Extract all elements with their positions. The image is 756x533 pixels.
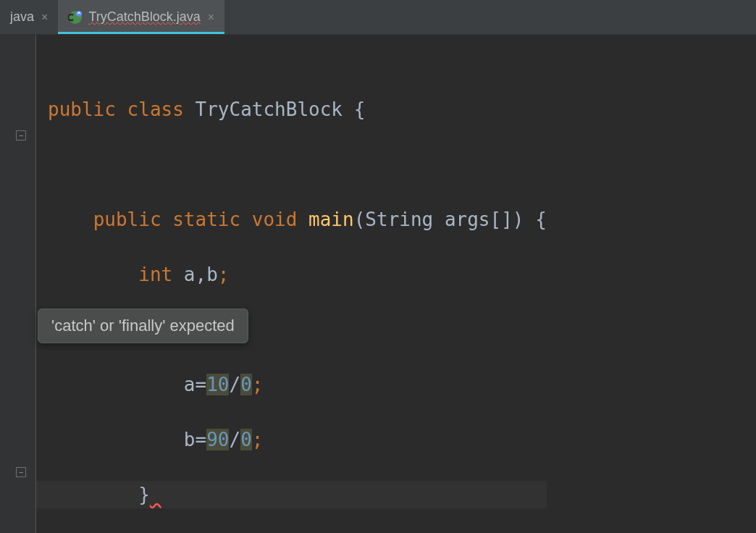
tab-bar: java × TryCatchBlock.java × <box>0 0 756 35</box>
close-icon[interactable]: × <box>208 11 214 24</box>
tab-trycatchblock[interactable]: TryCatchBlock.java × <box>58 0 224 34</box>
error-marker <box>150 484 161 505</box>
tab-label: java <box>10 9 34 25</box>
code-line: public class TryCatchBlock { <box>48 96 547 123</box>
class-icon <box>68 10 83 25</box>
error-tooltip: 'catch' or 'finally' expected <box>38 309 248 343</box>
tab-label: TryCatchBlock.java <box>88 9 200 25</box>
code-line: b=90/0; <box>48 426 547 453</box>
close-icon[interactable]: × <box>41 11 48 24</box>
tab-java[interactable]: java × <box>0 0 58 34</box>
fold-collapse-icon[interactable]: − <box>16 130 26 140</box>
editor-area: − − public class TryCatchBlock { public … <box>0 35 756 533</box>
code-line: public static void main(String args[]) { <box>48 206 547 233</box>
gutter: − − <box>0 35 36 533</box>
fold-expand-icon[interactable]: − <box>16 467 26 477</box>
code-line: } <box>48 481 547 508</box>
code-line <box>48 151 547 178</box>
code-line: a=10/0; <box>48 371 547 398</box>
code-line: int a,b; <box>48 261 547 288</box>
code-editor[interactable]: public class TryCatchBlock { public stat… <box>36 35 547 533</box>
